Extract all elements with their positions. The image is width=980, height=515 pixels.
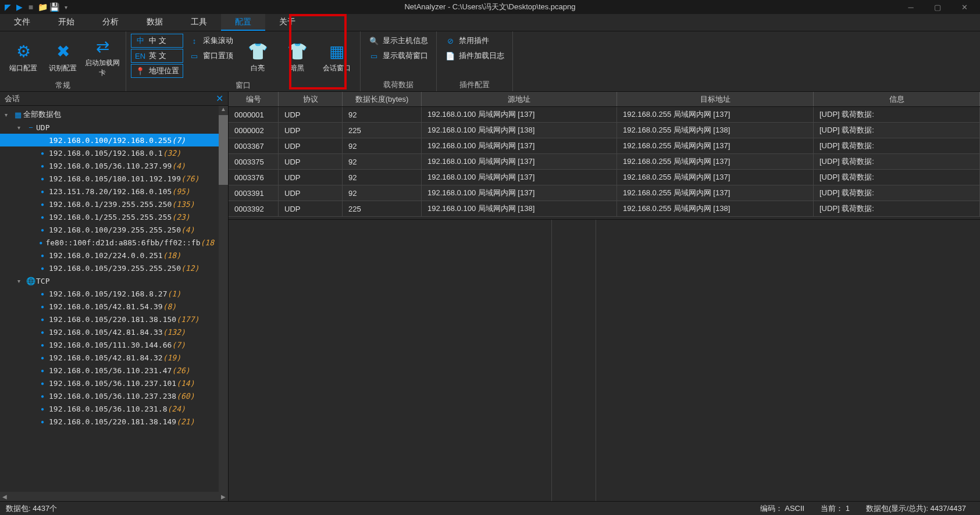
ribbon-btn-窗口置顶[interactable]: ▭窗口置顶 xyxy=(186,49,237,63)
tree-node[interactable]: ●192.168.0.105/239.255.255.250 (12) xyxy=(0,262,219,274)
ribbon-group-label: 载荷数据 xyxy=(365,78,432,90)
ribbon-btn-端口配置[interactable]: ⚙端口配置 xyxy=(5,34,42,79)
tree-node[interactable]: ▾−UDP xyxy=(0,121,219,134)
ribbon-group-插件配置: ⊘禁用插件📄插件加载日志插件配置 xyxy=(437,31,513,91)
tree-node[interactable]: ●192.168.0.105/192.168.0.1 (32) xyxy=(0,146,219,159)
menu-关于[interactable]: 关于 xyxy=(265,14,309,31)
ribbon-btn-启动加载网卡[interactable]: ⇄启动加载网卡 xyxy=(84,34,121,79)
session-tree: ▾▦全部数据包▾−UDP●192.168.0.100/192.168.0.255… xyxy=(0,106,228,492)
grid-header-编号[interactable]: 编号 xyxy=(229,92,279,106)
tree-node[interactable]: ●192.168.0.105/42.81.84.32 (19) xyxy=(0,351,219,364)
dropdown-icon[interactable]: ▾ xyxy=(60,2,71,12)
ribbon-btn-白亮[interactable]: 👕白亮 xyxy=(239,34,276,79)
menu-数据[interactable]: 数据 xyxy=(133,14,177,31)
status-display: 数据包(显示/总共): 4437/4437 xyxy=(858,503,974,514)
tree-node[interactable]: ●192.168.0.105/36.110.237.101 (14) xyxy=(0,377,219,389)
packet-row[interactable]: 0003367UDP92192.168.0.100 局域网内网 [137]192… xyxy=(229,138,980,154)
detail-col-3 xyxy=(596,220,980,501)
packet-main: 编号协议数据长度(bytes)源地址目标地址信息 0000001UDP92192… xyxy=(229,92,980,501)
stop-icon[interactable]: ■ xyxy=(26,2,36,12)
status-current: 当前： 1 xyxy=(812,503,858,514)
ribbon-group-载荷数据: 🔍显示主机信息▭显示载荷窗口载荷数据 xyxy=(361,31,437,91)
tree-node[interactable]: ●123.151.78.20/192.168.0.105 (95) xyxy=(0,185,219,198)
menu-分析[interactable]: 分析 xyxy=(88,14,133,31)
minimize-button[interactable]: ─ xyxy=(897,0,924,14)
ribbon-btn-中 文[interactable]: 中中 文 xyxy=(131,34,183,48)
packet-row[interactable]: 0003391UDP92192.168.0.100 局域网内网 [137]192… xyxy=(229,185,980,201)
tree-node[interactable]: ●192.168.0.1/255.255.255.255 (23) xyxy=(0,210,219,223)
packet-row[interactable]: 0000001UDP92192.168.0.100 局域网内网 [137]192… xyxy=(229,107,980,123)
ribbon-btn-识别配置[interactable]: ✖识别配置 xyxy=(44,34,81,79)
tree-node[interactable]: ●192.168.0.105/192.168.8.27 (1) xyxy=(0,287,219,300)
grid-header-目标地址[interactable]: 目标地址 xyxy=(617,92,814,106)
content-area: 会话 ✕ ▾▦全部数据包▾−UDP●192.168.0.100/192.168.… xyxy=(0,92,980,501)
tree-node[interactable]: ●192.168.0.105/42.81.54.39 (8) xyxy=(0,300,219,313)
tree-node[interactable]: ●192.168.0.100/192.168.0.255 (7) xyxy=(0,134,219,146)
session-panel-title: 会话 xyxy=(5,94,20,104)
ribbon-group-label: 常规 xyxy=(5,79,121,91)
tree-node[interactable]: ▾▦全部数据包 xyxy=(0,108,219,121)
save-icon[interactable]: 💾 xyxy=(49,2,59,12)
ribbon-btn-采集滚动[interactable]: ↕采集滚动 xyxy=(186,34,237,48)
grid-header-源地址[interactable]: 源地址 xyxy=(422,92,617,106)
menu-开始[interactable]: 开始 xyxy=(44,14,88,31)
maximize-button[interactable]: ▢ xyxy=(924,0,951,14)
packet-row[interactable]: 0003392UDP225192.168.0.100 局域网内网 [138]19… xyxy=(229,201,980,217)
close-button[interactable]: ✕ xyxy=(951,0,978,14)
tree-node[interactable]: ●192.168.0.105/36.110.231.8 (24) xyxy=(0,402,219,415)
titlebar: ◤ ▶ ■ 📁 💾 ▾ NetAnalyzer - C:\Users\冯天文\D… xyxy=(0,0,980,14)
tree-node[interactable]: ●192.168.0.105/42.81.84.33 (132) xyxy=(0,326,219,338)
panel-close-icon[interactable]: ✕ xyxy=(216,93,223,104)
ribbon-btn-英 文[interactable]: EN英 文 xyxy=(131,49,183,63)
ribbon-btn-禁用插件[interactable]: ⊘禁用插件 xyxy=(441,34,508,48)
window-title: NetAnalyzer - C:\Users\冯天文\Desktop\tes.p… xyxy=(404,2,575,12)
packet-grid-header: 编号协议数据长度(bytes)源地址目标地址信息 xyxy=(229,92,980,107)
ribbon-group-label: 插件配置 xyxy=(441,78,508,90)
session-panel-header: 会话 ✕ xyxy=(0,92,228,106)
tree-node[interactable]: ●192.168.0.105/36.110.237.238 (60) xyxy=(0,389,219,402)
tree-node[interactable]: ●192.168.0.105/36.110.237.99 (4) xyxy=(0,159,219,172)
ribbon-btn-地理位置[interactable]: 📍地理位置 xyxy=(131,64,183,78)
status-packets: 数据包: 4437个 xyxy=(6,503,57,514)
app-icon: ◤ xyxy=(2,2,13,12)
tree-node[interactable]: ●fe80::100f:d21d:a885:6fbb/ff02::fb (18 xyxy=(0,236,219,249)
tree-node[interactable]: ●192.168.0.102/224.0.0.251 (18) xyxy=(0,249,219,262)
packet-row[interactable]: 0003376UDP92192.168.0.100 局域网内网 [137]192… xyxy=(229,170,980,185)
session-panel: 会话 ✕ ▾▦全部数据包▾−UDP●192.168.0.100/192.168.… xyxy=(0,92,229,501)
menu-文件[interactable]: 文件 xyxy=(0,14,44,31)
status-encoding: 编码： ASCII xyxy=(752,503,813,514)
ribbon-btn-会话窗口[interactable]: ▦会话窗口 xyxy=(318,34,355,79)
ribbon-btn-插件加载日志[interactable]: 📄插件加载日志 xyxy=(441,49,508,63)
grid-header-信息[interactable]: 信息 xyxy=(814,92,980,106)
play-icon[interactable]: ▶ xyxy=(14,2,24,12)
tree-node[interactable]: ●192.168.0.105/111.30.144.66 (7) xyxy=(0,338,219,351)
packet-grid-body: 0000001UDP92192.168.0.100 局域网内网 [137]192… xyxy=(229,107,980,217)
packet-row[interactable]: 0003375UDP92192.168.0.100 局域网内网 [137]192… xyxy=(229,154,980,170)
detail-pane xyxy=(229,219,980,501)
tree-node[interactable]: ●192.168.0.105/220.181.38.150 (177) xyxy=(0,313,219,326)
menu-工具[interactable]: 工具 xyxy=(177,14,221,31)
ribbon-btn-显示载荷窗口[interactable]: ▭显示载荷窗口 xyxy=(365,49,432,63)
detail-col-2 xyxy=(552,220,596,501)
packet-row[interactable]: 0000002UDP225192.168.0.100 局域网内网 [138]19… xyxy=(229,123,980,138)
tree-node[interactable]: ●192.168.0.105/220.181.38.149 (21) xyxy=(0,415,219,428)
ribbon-group-常规: ⚙端口配置✖识别配置⇄启动加载网卡常规 xyxy=(0,31,126,91)
tree-node[interactable]: ●192.168.0.105/36.110.231.47 (26) xyxy=(0,364,219,377)
tree-node[interactable]: ●192.168.0.1/239.255.255.250 (135) xyxy=(0,198,219,210)
ribbon-btn-暗黑[interactable]: 👕暗黑 xyxy=(279,34,316,79)
ribbon-group-窗口: 中中 文EN英 文📍地理位置↕采集滚动▭窗口置顶👕白亮👕暗黑▦会话窗口窗口 xyxy=(126,31,361,91)
tree-node[interactable]: ▾🌐TCP xyxy=(0,274,219,287)
tree-node[interactable]: ●192.168.0.100/239.255.255.250 (4) xyxy=(0,223,219,236)
ribbon: ⚙端口配置✖识别配置⇄启动加载网卡常规中中 文EN英 文📍地理位置↕采集滚动▭窗… xyxy=(0,31,980,92)
tree-horizontal-scrollbar[interactable]: ◀ ▶ xyxy=(0,492,228,501)
detail-col-1 xyxy=(229,220,552,501)
ribbon-btn-显示主机信息[interactable]: 🔍显示主机信息 xyxy=(365,34,432,48)
grid-header-数据长度(bytes)[interactable]: 数据长度(bytes) xyxy=(343,92,422,106)
tree-vertical-scrollbar[interactable]: ▲ xyxy=(219,106,228,492)
menu-配置[interactable]: 配置 xyxy=(221,14,265,31)
ribbon-group-label: 窗口 xyxy=(131,79,355,91)
menubar: 文件开始分析数据工具配置关于 xyxy=(0,14,980,31)
grid-header-协议[interactable]: 协议 xyxy=(279,92,343,106)
tree-node[interactable]: ●192.168.0.105/180.101.192.199 (76) xyxy=(0,172,219,185)
open-icon[interactable]: 📁 xyxy=(37,2,48,12)
